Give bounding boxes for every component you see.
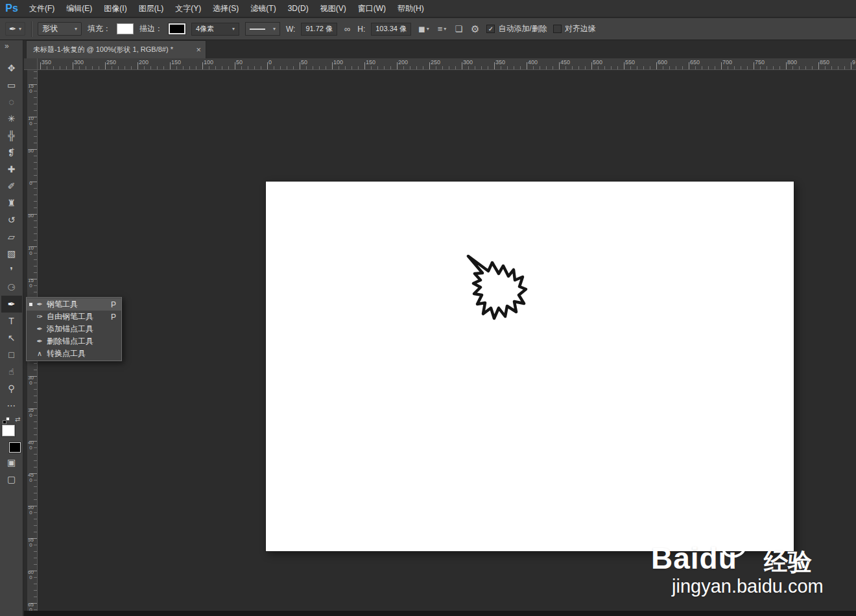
path-alignment-button[interactable]: ≡ ▾ (436, 24, 448, 34)
ruler-label: 300 (74, 59, 84, 65)
tool-glyph: ❜ (10, 265, 13, 276)
crop-tool[interactable]: ╬ (1, 127, 22, 144)
chevron-down-icon: ▾ (427, 26, 429, 32)
tool-glyph: ╬ (8, 130, 15, 141)
stroke-style-line-icon (250, 29, 265, 30)
geometry-options-button[interactable]: ⚙ (470, 23, 481, 35)
flyout-tool-icon: ✒ (35, 337, 44, 346)
rectangle-tool[interactable]: □ (1, 346, 22, 363)
menu-select[interactable]: 选择(S) (207, 0, 244, 17)
add-anchor-point-tool-item[interactable]: ✒ 添加锚点工具 (27, 323, 121, 335)
ruler-label: 250 (106, 59, 116, 65)
menu-edit[interactable]: 编辑(E) (60, 0, 98, 17)
status-bar (24, 611, 856, 616)
ruler-label: 200 (139, 59, 149, 65)
clone-stamp-tool[interactable]: ♜ (1, 195, 22, 211)
tool-glyph: ♜ (7, 198, 16, 208)
default-colors-icon[interactable] (3, 417, 10, 424)
horizontal-ruler[interactable]: 3503002502001501005005010015020025030035… (38, 58, 856, 70)
baidu-jingyan-watermark: Baidu 经验 jingyan.baidu.com (648, 519, 851, 607)
ruler-label: 850 (820, 59, 829, 65)
fill-label: 填充： (88, 23, 111, 34)
delete-anchor-point-tool-item[interactable]: ✒ 删除锚点工具 (27, 335, 121, 348)
align-edges-checkbox[interactable] (553, 25, 562, 33)
quick-mask-button[interactable]: ▣ (1, 454, 22, 471)
tool-glyph: ▭ (7, 80, 16, 90)
ruler-label: 450 (560, 59, 570, 65)
divider (31, 21, 32, 37)
selected-tool-marker (29, 327, 32, 331)
eyedropper-tool[interactable]: ❡ (1, 144, 22, 161)
history-brush-tool[interactable]: ↺ (1, 211, 22, 228)
collapse-panel-icon[interactable]: » (0, 40, 23, 60)
shape-width-field[interactable]: 91.72 像 (301, 23, 337, 36)
freeform-pen-tool-item[interactable]: ✑ 自由钢笔工具 P (27, 311, 121, 323)
menu-view[interactable]: 视图(V) (315, 0, 352, 17)
auto-add-delete-option: ✓ 自动添加/删除 (486, 23, 547, 34)
stroke-style-select[interactable]: ▾ (245, 22, 280, 36)
document-tab[interactable]: 未标题-1-恢复的 @ 100%(形状 1, RGB/8#) * × (26, 40, 206, 58)
menu-file[interactable]: 文件(F) (23, 0, 60, 17)
menu-window[interactable]: 窗口(W) (352, 0, 392, 17)
pen-tool[interactable]: ✒ (1, 296, 22, 313)
chevron-down-icon: ▾ (19, 26, 21, 32)
blur-tool[interactable]: ❜ (1, 262, 22, 279)
ruler-label: 550 (28, 538, 34, 548)
menu-filter[interactable]: 滤镜(T) (244, 0, 281, 17)
close-icon[interactable]: × (196, 45, 201, 54)
tool-preset-button[interactable]: ✒ ▾ (5, 22, 25, 36)
type-tool[interactable]: T (1, 313, 22, 329)
tool-mode-select[interactable]: 形状 ▾ (38, 22, 82, 36)
healing-brush-tool[interactable]: ✚ (1, 161, 22, 178)
menu-image[interactable]: 图像(I) (98, 0, 132, 17)
ruler-label: 50 (301, 59, 307, 65)
shape-height-field[interactable]: 103.34 像 (371, 23, 411, 36)
options-bar: ✒ ▾ 形状 ▾ 填充： 描边： 4像素 ▾ ▾ W: 91.72 像 ∞ H:… (0, 18, 856, 40)
brush-tool[interactable]: ✐ (1, 178, 22, 195)
pen-tool-item[interactable]: ✒ 钢笔工具 P (27, 298, 121, 311)
screen-mode-button[interactable]: ▢ (1, 471, 22, 488)
rectangular-marquee-tool[interactable]: ▭ (1, 77, 22, 93)
quick-selection-tool[interactable]: ✳ (1, 110, 22, 127)
path-arrangement-button[interactable]: ❏ (453, 24, 464, 34)
default-white-swatch (6, 417, 10, 421)
auto-add-delete-checkbox[interactable]: ✓ (486, 25, 495, 33)
color-swatches: ⇄ (0, 416, 23, 454)
zoom-tool[interactable]: ⚲ (1, 380, 22, 397)
fill-color-swatch[interactable] (117, 23, 134, 34)
menu-type[interactable]: 文字(Y) (169, 0, 207, 17)
ruler-label: 200 (398, 59, 408, 65)
eraser-tool[interactable]: ▱ (1, 228, 22, 245)
convert-point-tool-item[interactable]: ∧ 转换点工具 (27, 348, 121, 360)
hand-tool[interactable]: ☝ (1, 363, 22, 380)
tool-glyph: ⋯ (7, 400, 16, 410)
ruler-label: 400 (28, 440, 34, 451)
lasso-tool[interactable]: ◌ (1, 93, 22, 110)
menu-help[interactable]: 帮助(H) (392, 0, 430, 17)
path-selection-tool[interactable]: ↖ (1, 329, 22, 346)
align-edges-option: 对齐边缘 (553, 23, 596, 34)
stroke-width-field[interactable]: 4像素 ▾ (191, 23, 239, 36)
path-arrangement-icon: ❏ (455, 24, 462, 34)
tool-glyph: ↖ (8, 333, 16, 343)
menu-3d[interactable]: 3D(D) (282, 0, 315, 17)
path-operations-button[interactable]: ◼ ▾ (417, 24, 431, 34)
tool-glyph: ▧ (7, 248, 16, 259)
link-dimensions-icon[interactable]: ∞ (343, 24, 351, 34)
document-canvas[interactable] (266, 182, 794, 551)
background-color-swatch[interactable] (9, 442, 21, 453)
selected-tool-marker (29, 340, 32, 343)
stroke-label: 描边： (139, 23, 163, 34)
stroke-color-swatch[interactable] (169, 23, 185, 34)
ruler-label: 0 (268, 59, 272, 65)
foreground-color-swatch[interactable] (2, 425, 15, 436)
flyout-tool-icon: ✒ (35, 325, 44, 333)
dodge-tool[interactable]: ⚆ (1, 279, 22, 296)
document-tab-strip: 未标题-1-恢复的 @ 100%(形状 1, RGB/8#) * × (24, 40, 856, 58)
menu-layer[interactable]: 图层(L) (133, 0, 170, 17)
more-tools[interactable]: ⋯ (1, 397, 22, 414)
move-tool[interactable]: ✥ (1, 60, 22, 77)
menu-items: 文件(F)编辑(E)图像(I)图层(L)文字(Y)选择(S)滤镜(T)3D(D)… (23, 0, 430, 17)
gradient-tool[interactable]: ▧ (1, 245, 22, 262)
swap-colors-icon[interactable]: ⇄ (15, 416, 20, 423)
